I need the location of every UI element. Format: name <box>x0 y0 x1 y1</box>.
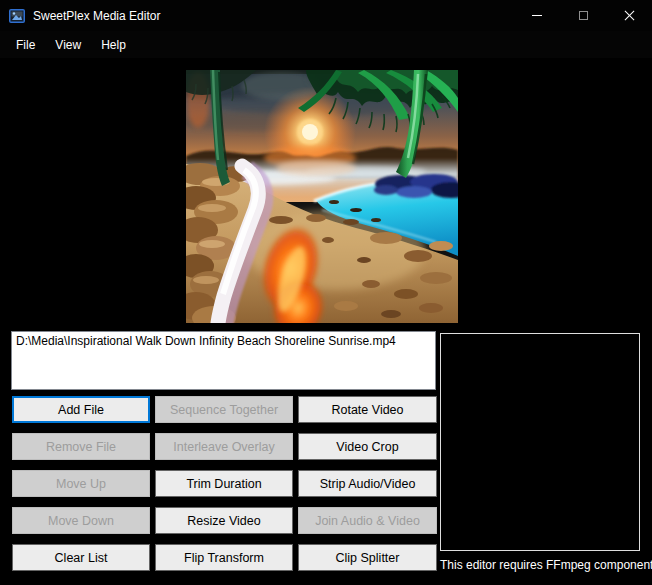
window-title: SweetPlex Media Editor <box>33 9 160 23</box>
sequence-together-button: Sequence Together <box>155 396 293 423</box>
menu-help[interactable]: Help <box>91 33 136 57</box>
button-grid: Add File Sequence Together Rotate Video … <box>12 396 437 571</box>
clear-list-button[interactable]: Clear List <box>12 544 150 571</box>
strip-audio-video-button[interactable]: Strip Audio/Video <box>298 470 437 497</box>
status-text: This editor requires FFmpeg components. <box>440 558 652 572</box>
menu-file[interactable]: File <box>6 33 45 57</box>
minimize-icon <box>532 15 542 16</box>
resize-video-button[interactable]: Resize Video <box>155 507 293 534</box>
clip-splitter-button[interactable]: Clip Splitter <box>298 544 437 571</box>
flip-transform-button[interactable]: Flip Transform <box>155 544 293 571</box>
move-down-button: Move Down <box>12 507 150 534</box>
remove-file-button: Remove File <box>12 433 150 460</box>
move-up-button: Move Up <box>12 470 150 497</box>
join-audio-video-button: Join Audio & Video <box>298 507 437 534</box>
video-crop-button[interactable]: Video Crop <box>298 433 437 460</box>
app-window: SweetPlex Media Editor File View Help <box>0 0 652 585</box>
maximize-button[interactable] <box>560 0 606 31</box>
file-listbox[interactable]: D:\Media\Inspirational Walk Down Infinit… <box>11 331 436 390</box>
close-button[interactable] <box>606 0 652 31</box>
rotate-video-button[interactable]: Rotate Video <box>298 396 437 423</box>
menu-view[interactable]: View <box>45 33 91 57</box>
menubar: File View Help <box>0 31 652 58</box>
titlebar: SweetPlex Media Editor <box>0 0 652 31</box>
close-icon <box>623 9 636 22</box>
interleave-overlay-button: Interleave Overlay <box>155 433 293 460</box>
window-controls <box>514 0 652 31</box>
minimize-button[interactable] <box>514 0 560 31</box>
media-preview-image <box>186 70 458 323</box>
app-icon <box>9 8 25 24</box>
trim-duration-button[interactable]: Trim Duration <box>155 470 293 497</box>
output-preview-panel <box>440 333 640 551</box>
file-list-item[interactable]: D:\Media\Inspirational Walk Down Infinit… <box>14 333 433 349</box>
maximize-icon <box>579 11 588 20</box>
add-file-button[interactable]: Add File <box>12 396 150 423</box>
